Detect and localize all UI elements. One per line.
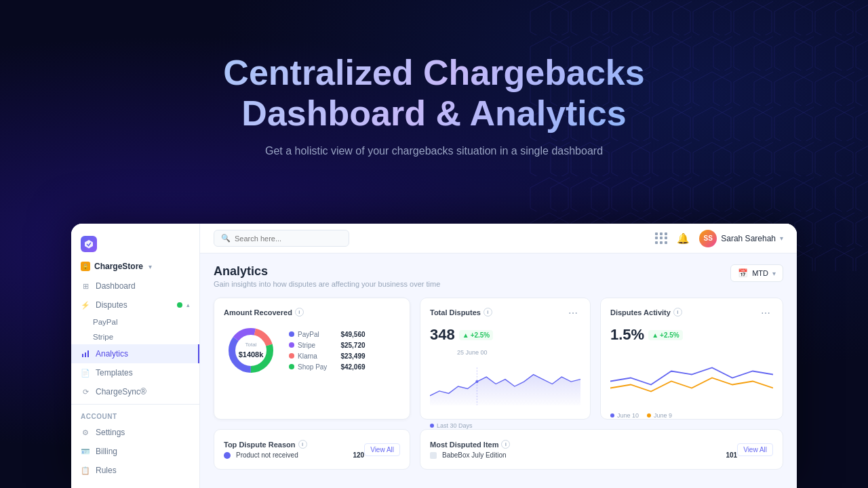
date-filter-chevron: ▾ [772, 270, 776, 277]
svg-rect-4 [85, 352, 86, 357]
amount-recovered-card: Amount Recovered i [214, 298, 410, 420]
user-name: Sarah Sarehah [721, 234, 776, 243]
templates-icon: 📄 [81, 368, 90, 378]
legend-list: PayPal $49,560 Stripe $25,720 [289, 331, 366, 371]
sidebar-item-templates-label: Templates [96, 368, 133, 378]
svg-rect-3 [82, 354, 83, 357]
page-header: Analytics Gain insights into how dispute… [214, 264, 783, 288]
store-chevron-icon: ▾ [149, 263, 152, 270]
hero-title: Centralized Chargebacks Dashboard & Anal… [223, 53, 644, 134]
dispute-reason-view-all[interactable]: View All [364, 443, 400, 456]
sidebar-item-paypal[interactable]: PayPal [71, 314, 199, 329]
dispute-reason-dot [224, 452, 231, 459]
activity-more-btn[interactable]: ⋯ [758, 308, 773, 319]
sidebar-item-templates[interactable]: 📄 Templates [71, 363, 199, 382]
sidebar-item-disputes[interactable]: ⚡ Disputes ▴ [71, 296, 199, 314]
dispute-reason-title: Top Dispute Reason i [224, 440, 364, 449]
bell-icon[interactable]: 🔔 [677, 232, 690, 245]
legend-item-paypal: PayPal $49,560 [289, 331, 366, 338]
topbar-right: 🔔 SS Sarah Sarehah ▾ [655, 230, 783, 247]
disputes-card-header: Total Disputes i ⋯ [430, 308, 580, 323]
date-filter[interactable]: 📅 MTD ▾ [730, 264, 783, 282]
main-content: 🔍 🔔 SS Sarah Sarehah ▾ [200, 224, 797, 488]
paypal-value: $49,560 [340, 331, 365, 338]
disputes-activity-card: Disputes Activity i ⋯ 1.5% ▲ +2.5% [600, 298, 783, 420]
sidebar-item-settings-label: Settings [96, 428, 125, 437]
sidebar-item-stripe[interactable]: Stripe [71, 329, 199, 344]
topbar: 🔍 🔔 SS Sarah Sarehah ▾ [200, 224, 797, 253]
shoppay-dot [289, 364, 294, 369]
dashboard-card: 🔒 ChargeStore ▾ ⊞ Dashboard ⚡ Disputes ▴ [71, 224, 797, 488]
disputed-item-info-icon: i [501, 440, 510, 449]
chargesync-icon: ⟳ [81, 387, 90, 396]
dispute-reason-count: 120 [353, 451, 364, 459]
bottom-row: Top Dispute Reason i Product not receive… [214, 429, 783, 470]
disputes-more-btn[interactable]: ⋯ [566, 308, 580, 319]
activity-card-header: Disputes Activity i ⋯ [610, 308, 773, 323]
dispute-reason-info-icon: i [298, 440, 307, 449]
disputes-icon: ⚡ [81, 300, 90, 310]
grid-icon[interactable] [655, 232, 667, 245]
account-label: Account [71, 410, 199, 423]
avatar: SS [699, 230, 717, 247]
stripe-dot [289, 342, 294, 348]
sidebar-item-dashboard[interactable]: ⊞ Dashboard [71, 277, 199, 296]
logo-icon [81, 236, 97, 252]
nav-section: ⊞ Dashboard ⚡ Disputes ▴ PayPal Stripe [71, 277, 199, 404]
svg-point-12 [475, 380, 478, 383]
sidebar-item-settings[interactable]: ⚙ Settings [71, 423, 199, 442]
disputes-chevron-icon: ▴ [186, 302, 190, 308]
disputes-change-badge: ▲ +2.5% [459, 330, 494, 340]
sidebar-item-billing[interactable]: 🪪 Billing [71, 442, 199, 461]
sidebar: 🔒 ChargeStore ▾ ⊞ Dashboard ⚡ Disputes ▴ [71, 224, 200, 488]
amount-info-icon: i [295, 308, 304, 317]
dispute-reason-row: Product not received 120 [224, 451, 364, 459]
sidebar-item-chargesync[interactable]: ⟳ ChargeSync® [71, 382, 199, 401]
user-avatar[interactable]: SS Sarah Sarehah ▾ [699, 230, 783, 247]
donut-label: Total [239, 342, 264, 348]
disputes-badge [177, 302, 182, 308]
sidebar-logo [71, 232, 199, 259]
sidebar-item-disputes-label: Disputes [96, 300, 127, 310]
activity-info-icon: i [673, 308, 682, 317]
search-input[interactable] [235, 235, 342, 243]
analytics-icon [81, 349, 90, 359]
total-disputes-card: Total Disputes i ⋯ 348 ▲ +2.5% 25 June 0… [420, 298, 591, 420]
disputes-info-icon: i [484, 308, 492, 317]
june9-dot [647, 413, 651, 418]
dispute-reason-content: Top Dispute Reason i Product not receive… [224, 440, 364, 459]
legend-item-klarna: Klarna $23,499 [289, 352, 366, 360]
date-filter-label: MTD [752, 269, 768, 277]
activity-chart: June 10 June 9 [610, 349, 773, 407]
store-selector[interactable]: 🔒 ChargeStore ▾ [71, 259, 199, 277]
disputed-item-content: Most Disputed Item i BabeBox July Editio… [430, 440, 737, 459]
chart-date-label: 25 June 00 [457, 349, 488, 356]
settings-icon: ⚙ [81, 428, 90, 437]
shoppay-name: Shop Pay [298, 363, 327, 371]
search-box[interactable]: 🔍 [214, 230, 349, 247]
donut-chart: Total $1408k [224, 323, 278, 378]
sidebar-item-billing-label: Billing [96, 447, 117, 456]
disputes-legend-dot [430, 424, 434, 428]
disputes-value: 348 ▲ +2.5% [430, 326, 580, 344]
sidebar-item-chargesync-label: ChargeSync® [96, 387, 146, 396]
disputes-card-title: Total Disputes i [430, 308, 492, 317]
sidebar-item-rules[interactable]: 📋 Rules [71, 461, 199, 480]
user-chevron-icon: ▾ [780, 235, 783, 242]
disputed-item-title: Most Disputed Item i [430, 440, 737, 449]
stripe-name: Stripe [298, 342, 315, 349]
store-lock-icon: 🔒 [81, 262, 90, 271]
page-subtitle: Gain insights into how disputes are affe… [214, 280, 440, 288]
disputed-item-icon [430, 452, 437, 459]
disputed-item-view-all[interactable]: View All [737, 443, 773, 456]
page-content: Analytics Gain insights into how dispute… [200, 253, 797, 488]
donut-value: $1408k [239, 350, 264, 359]
dashboard-icon: ⊞ [81, 281, 90, 291]
legend-item-shoppay: Shop Pay $42,069 [289, 363, 366, 371]
sidebar-item-analytics[interactable]: Analytics [71, 344, 199, 363]
activity-card-title: Disputes Activity i [610, 308, 682, 317]
sidebar-item-stripe-label: Stripe [93, 333, 113, 341]
klarna-value: $23,499 [340, 352, 365, 360]
total-disputes-chart: 25 June 00 [430, 348, 580, 409]
sidebar-item-dashboard-label: Dashboard [96, 281, 136, 291]
